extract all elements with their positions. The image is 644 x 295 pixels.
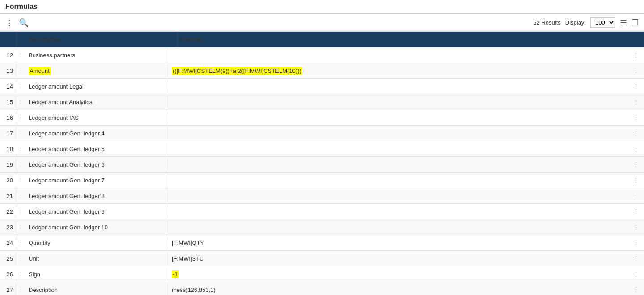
row-actions-menu[interactable]: ⋮ (628, 270, 644, 278)
row-formula (168, 84, 628, 89)
row-formula (168, 99, 628, 105)
top-bar: ⋮ 🔍 52 Results Display: 100 50 200 ☰ ❐ (0, 14, 644, 32)
table-row[interactable]: 21⋮Ledger amount Gen. ledger 8⋮ (0, 188, 644, 204)
table-container: Description Formula 12⋮Business partners… (0, 32, 644, 295)
drag-handle[interactable]: ⋮ (16, 99, 25, 105)
row-actions-menu[interactable]: ⋮ (628, 98, 644, 105)
row-description: Amount (25, 65, 168, 77)
row-formula (168, 162, 628, 167)
row-actions-menu[interactable]: ⋮ (628, 255, 644, 262)
drag-handle[interactable]: ⋮ (16, 68, 25, 74)
row-description: Ledger amount Gen. ledger 4 (25, 127, 168, 139)
table-row[interactable]: 20⋮Ledger amount Gen. ledger 7⋮ (0, 173, 644, 188)
row-number: 14 (0, 80, 16, 93)
drag-handle[interactable]: ⋮ (16, 84, 25, 89)
drag-handle[interactable]: ⋮ (16, 162, 25, 168)
layers-icon[interactable]: ☰ (620, 18, 627, 28)
table-row[interactable]: 23⋮Ledger amount Gen. ledger 10⋮ (0, 219, 644, 235)
table-row[interactable]: 25⋮Unit[F:MWI]STU⋮ (0, 251, 644, 266)
display-label: Display: (565, 19, 586, 26)
drag-handle[interactable]: ⋮ (16, 209, 25, 215)
row-formula (168, 52, 628, 58)
row-formula: [F:MWI]STU (168, 253, 628, 265)
row-actions-menu[interactable]: ⋮ (628, 177, 644, 184)
display-select[interactable]: 100 50 200 (590, 17, 615, 28)
expand-icon[interactable]: ❐ (631, 18, 639, 28)
header-drag (16, 32, 25, 47)
table-row[interactable]: 19⋮Ledger amount Gen. ledger 6⋮ (0, 157, 644, 173)
row-formula (168, 193, 628, 198)
row-actions-menu[interactable]: ⋮ (628, 114, 644, 121)
drag-handle[interactable]: ⋮ (16, 115, 25, 121)
row-number: 24 (0, 237, 16, 249)
table-row[interactable]: 16⋮Ledger amount IAS⋮ (0, 110, 644, 126)
header-description: Description (25, 32, 177, 47)
row-actions-menu[interactable]: ⋮ (628, 130, 644, 137)
header-formula: Formula (177, 32, 628, 47)
row-formula (168, 209, 628, 214)
row-description: Ledger amount Gen. ledger 5 (25, 143, 168, 155)
drag-handle[interactable]: ⋮ (16, 240, 25, 246)
table-body: 12⋮Business partners⋮13⋮Amount(([F:MWI]C… (0, 47, 644, 295)
row-number: 27 (0, 284, 16, 295)
table-row[interactable]: 24⋮Quantity[F:MWI]QTY⋮ (0, 235, 644, 251)
table-row[interactable]: 26⋮Sign-1⋮ (0, 266, 644, 282)
row-formula: mess(126,853,1) (168, 284, 628, 295)
table-row[interactable]: 14⋮Ledger amount Legal⋮ (0, 79, 644, 94)
page-title: Formulas (5, 3, 38, 10)
row-description: Sign (25, 268, 168, 280)
search-icon[interactable]: 🔍 (19, 18, 29, 28)
row-description: Ledger amount Gen. ledger 10 (25, 221, 168, 233)
drag-handle[interactable]: ⋮ (16, 256, 25, 261)
row-number: 22 (0, 206, 16, 218)
row-formula (168, 224, 628, 230)
menu-dots-icon[interactable]: ⋮ (5, 18, 13, 28)
row-description: Business partners (25, 49, 168, 61)
row-number: 25 (0, 253, 16, 265)
row-actions-menu[interactable]: ⋮ (628, 208, 644, 215)
row-actions-menu[interactable]: ⋮ (628, 223, 644, 231)
row-actions-menu[interactable]: ⋮ (628, 192, 644, 199)
row-description: Quantity (25, 237, 168, 249)
row-actions-menu[interactable]: ⋮ (628, 239, 644, 246)
row-actions-menu[interactable]: ⋮ (628, 286, 644, 293)
table-row[interactable]: 12⋮Business partners⋮ (0, 47, 644, 63)
table-row[interactable]: 27⋮Descriptionmess(126,853,1)⋮ (0, 282, 644, 295)
row-actions-menu[interactable]: ⋮ (628, 83, 644, 90)
drag-handle[interactable]: ⋮ (16, 52, 25, 58)
row-description: Unit (25, 253, 168, 265)
table-row[interactable]: 15⋮Ledger amount Analytical⋮ (0, 94, 644, 110)
row-number: 12 (0, 49, 16, 61)
drag-handle[interactable]: ⋮ (16, 193, 25, 199)
header-actions (628, 32, 644, 47)
table-row[interactable]: 13⋮Amount(([F:MWI]CSTELM(9))+ar2([F:MWI]… (0, 63, 644, 79)
row-formula: -1 (168, 268, 628, 280)
row-formula (168, 177, 628, 183)
row-number: 21 (0, 190, 16, 202)
header-rownum (0, 32, 16, 47)
table-row[interactable]: 22⋮Ledger amount Gen. ledger 9⋮ (0, 204, 644, 219)
drag-handle[interactable]: ⋮ (16, 224, 25, 230)
row-actions-menu[interactable]: ⋮ (628, 51, 644, 59)
drag-handle[interactable]: ⋮ (16, 271, 25, 277)
row-number: 26 (0, 268, 16, 280)
results-count: 52 Results (533, 19, 560, 26)
drag-handle[interactable]: ⋮ (16, 146, 25, 152)
drag-handle[interactable]: ⋮ (16, 177, 25, 183)
drag-handle[interactable]: ⋮ (16, 131, 25, 136)
row-description: Ledger amount Gen. ledger 6 (25, 159, 168, 171)
row-description: Ledger amount Gen. ledger 9 (25, 206, 168, 218)
row-number: 15 (0, 96, 16, 108)
row-number: 23 (0, 221, 16, 233)
drag-handle[interactable]: ⋮ (16, 287, 25, 293)
row-description: Ledger amount Analytical (25, 96, 168, 108)
row-actions-menu[interactable]: ⋮ (628, 161, 644, 168)
row-formula (168, 115, 628, 120)
table-header-row: Description Formula (0, 32, 644, 47)
row-formula (168, 146, 628, 152)
table-row[interactable]: 18⋮Ledger amount Gen. ledger 5⋮ (0, 141, 644, 157)
row-formula: (([F:MWI]CSTELM(9))+ar2([F:MWI]CSTELM(10… (168, 65, 628, 77)
row-actions-menu[interactable]: ⋮ (628, 67, 644, 74)
table-row[interactable]: 17⋮Ledger amount Gen. ledger 4⋮ (0, 126, 644, 141)
row-actions-menu[interactable]: ⋮ (628, 145, 644, 152)
